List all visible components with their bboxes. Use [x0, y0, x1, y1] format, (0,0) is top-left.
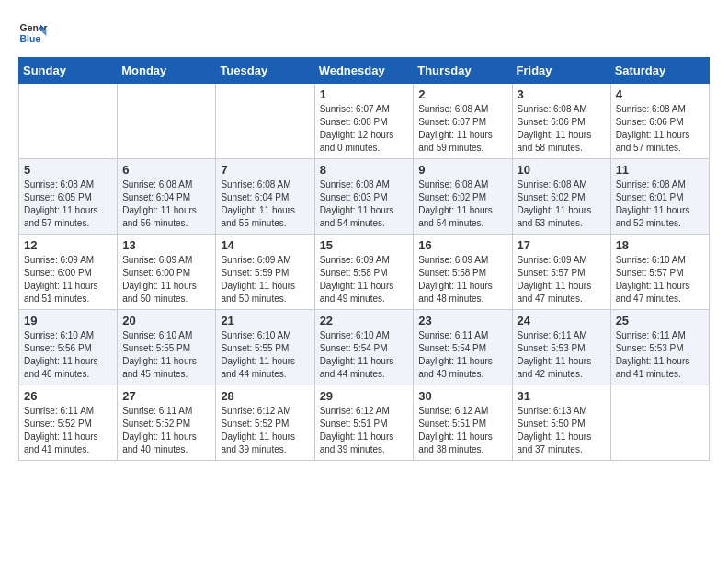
day-number: 26: [24, 389, 112, 403]
calendar-cell: 6Sunrise: 6:08 AM Sunset: 6:04 PM Daylig…: [118, 159, 216, 235]
calendar-cell: 9Sunrise: 6:08 AM Sunset: 6:02 PM Daylig…: [414, 159, 512, 235]
calendar-cell: 4Sunrise: 6:08 AM Sunset: 6:06 PM Daylig…: [610, 84, 709, 159]
day-info: Sunrise: 6:09 AM Sunset: 5:58 PM Dayligh…: [320, 254, 409, 305]
day-number: 27: [122, 389, 210, 403]
day-number: 30: [418, 389, 506, 403]
calendar-cell: 15Sunrise: 6:09 AM Sunset: 5:58 PM Dayli…: [314, 235, 414, 310]
day-info: Sunrise: 6:08 AM Sunset: 6:01 PM Dayligh…: [616, 178, 704, 230]
day-number: 29: [320, 389, 409, 403]
day-number: 17: [518, 238, 606, 252]
day-number: 15: [320, 238, 409, 252]
day-number: 25: [616, 314, 704, 327]
calendar-cell: 18Sunrise: 6:10 AM Sunset: 5:57 PM Dayli…: [610, 235, 709, 310]
calendar-cell: 27Sunrise: 6:11 AM Sunset: 5:52 PM Dayli…: [118, 385, 216, 461]
day-number: 13: [122, 238, 210, 252]
calendar-cell: [19, 84, 118, 159]
calendar-cell: 10Sunrise: 6:08 AM Sunset: 6:02 PM Dayli…: [512, 159, 610, 235]
day-number: 6: [122, 163, 210, 177]
day-info: Sunrise: 6:08 AM Sunset: 6:04 PM Dayligh…: [221, 178, 309, 230]
calendar-cell: 26Sunrise: 6:11 AM Sunset: 5:52 PM Dayli…: [19, 385, 118, 461]
day-number: 9: [418, 163, 506, 177]
calendar-cell: 7Sunrise: 6:08 AM Sunset: 6:04 PM Daylig…: [216, 159, 314, 235]
day-info: Sunrise: 6:11 AM Sunset: 5:52 PM Dayligh…: [24, 405, 112, 456]
day-of-week-header: Tuesday: [216, 58, 314, 84]
calendar-header-row: SundayMondayTuesdayWednesdayThursdayFrid…: [19, 58, 710, 84]
calendar-cell: 1Sunrise: 6:07 AM Sunset: 6:08 PM Daylig…: [314, 84, 414, 159]
day-info: Sunrise: 6:08 AM Sunset: 6:02 PM Dayligh…: [418, 178, 506, 230]
day-info: Sunrise: 6:12 AM Sunset: 5:51 PM Dayligh…: [418, 405, 506, 456]
day-number: 21: [221, 314, 309, 327]
day-number: 16: [418, 238, 506, 252]
calendar-cell: 2Sunrise: 6:08 AM Sunset: 6:07 PM Daylig…: [414, 84, 512, 159]
day-info: Sunrise: 6:08 AM Sunset: 6:02 PM Dayligh…: [518, 178, 606, 230]
calendar-week-row: 26Sunrise: 6:11 AM Sunset: 5:52 PM Dayli…: [19, 385, 710, 461]
day-info: Sunrise: 6:10 AM Sunset: 5:56 PM Dayligh…: [24, 329, 112, 381]
calendar-cell: 22Sunrise: 6:10 AM Sunset: 5:54 PM Dayli…: [314, 310, 414, 385]
day-number: 24: [518, 314, 606, 327]
day-number: 19: [24, 314, 112, 327]
day-of-week-header: Saturday: [610, 58, 709, 84]
day-number: 20: [122, 314, 210, 327]
day-info: Sunrise: 6:08 AM Sunset: 6:05 PM Dayligh…: [24, 178, 112, 230]
day-number: 4: [616, 87, 704, 101]
calendar-cell: 14Sunrise: 6:09 AM Sunset: 5:59 PM Dayli…: [216, 235, 314, 310]
day-number: 1: [320, 87, 409, 101]
calendar-cell: 30Sunrise: 6:12 AM Sunset: 5:51 PM Dayli…: [414, 385, 512, 461]
day-of-week-header: Friday: [512, 58, 610, 84]
day-number: 5: [24, 163, 112, 177]
calendar-cell: 29Sunrise: 6:12 AM Sunset: 5:51 PM Dayli…: [314, 385, 414, 461]
calendar-cell: 5Sunrise: 6:08 AM Sunset: 6:05 PM Daylig…: [19, 159, 118, 235]
day-of-week-header: Thursday: [414, 58, 512, 84]
calendar-cell: 28Sunrise: 6:12 AM Sunset: 5:52 PM Dayli…: [216, 385, 314, 461]
day-info: Sunrise: 6:13 AM Sunset: 5:50 PM Dayligh…: [518, 405, 606, 456]
calendar-cell: 12Sunrise: 6:09 AM Sunset: 6:00 PM Dayli…: [19, 235, 118, 310]
day-info: Sunrise: 6:08 AM Sunset: 6:07 PM Dayligh…: [418, 103, 506, 155]
day-info: Sunrise: 6:08 AM Sunset: 6:04 PM Dayligh…: [122, 178, 210, 230]
logo: General Blue: [18, 18, 48, 48]
day-number: 3: [518, 87, 606, 101]
day-number: 14: [221, 238, 309, 252]
calendar-cell: 8Sunrise: 6:08 AM Sunset: 6:03 PM Daylig…: [314, 159, 414, 235]
day-info: Sunrise: 6:10 AM Sunset: 5:55 PM Dayligh…: [122, 329, 210, 381]
calendar-week-row: 5Sunrise: 6:08 AM Sunset: 6:05 PM Daylig…: [19, 159, 710, 235]
calendar-cell: [216, 84, 314, 159]
day-info: Sunrise: 6:08 AM Sunset: 6:06 PM Dayligh…: [616, 103, 704, 155]
day-number: 2: [418, 87, 506, 101]
day-info: Sunrise: 6:08 AM Sunset: 6:03 PM Dayligh…: [320, 178, 409, 230]
day-info: Sunrise: 6:09 AM Sunset: 5:58 PM Dayligh…: [418, 254, 506, 305]
day-info: Sunrise: 6:10 AM Sunset: 5:57 PM Dayligh…: [616, 254, 704, 305]
calendar-cell: 23Sunrise: 6:11 AM Sunset: 5:54 PM Dayli…: [414, 310, 512, 385]
day-number: 22: [320, 314, 409, 327]
day-info: Sunrise: 6:09 AM Sunset: 5:59 PM Dayligh…: [221, 254, 309, 305]
calendar-cell: 19Sunrise: 6:10 AM Sunset: 5:56 PM Dayli…: [19, 310, 118, 385]
svg-text:Blue: Blue: [20, 34, 41, 44]
calendar-cell: 16Sunrise: 6:09 AM Sunset: 5:58 PM Dayli…: [414, 235, 512, 310]
day-number: 12: [24, 238, 112, 252]
calendar-cell: [118, 84, 216, 159]
day-info: Sunrise: 6:10 AM Sunset: 5:55 PM Dayligh…: [221, 329, 309, 381]
day-number: 23: [418, 314, 506, 327]
day-number: 28: [221, 389, 309, 403]
day-info: Sunrise: 6:09 AM Sunset: 6:00 PM Dayligh…: [24, 254, 112, 305]
day-info: Sunrise: 6:07 AM Sunset: 6:08 PM Dayligh…: [320, 103, 409, 155]
calendar-cell: 20Sunrise: 6:10 AM Sunset: 5:55 PM Dayli…: [118, 310, 216, 385]
logo-icon: General Blue: [18, 18, 48, 48]
day-info: Sunrise: 6:09 AM Sunset: 5:57 PM Dayligh…: [518, 254, 606, 305]
day-of-week-header: Monday: [118, 58, 216, 84]
calendar-cell: 13Sunrise: 6:09 AM Sunset: 6:00 PM Dayli…: [118, 235, 216, 310]
day-info: Sunrise: 6:08 AM Sunset: 6:06 PM Dayligh…: [518, 103, 606, 155]
day-info: Sunrise: 6:09 AM Sunset: 6:00 PM Dayligh…: [122, 254, 210, 305]
day-number: 18: [616, 238, 704, 252]
day-info: Sunrise: 6:12 AM Sunset: 5:51 PM Dayligh…: [320, 405, 409, 456]
calendar-week-row: 12Sunrise: 6:09 AM Sunset: 6:00 PM Dayli…: [19, 235, 710, 310]
day-info: Sunrise: 6:11 AM Sunset: 5:53 PM Dayligh…: [518, 329, 606, 381]
day-number: 11: [616, 163, 704, 177]
day-number: 7: [221, 163, 309, 177]
calendar-week-row: 1Sunrise: 6:07 AM Sunset: 6:08 PM Daylig…: [19, 84, 710, 159]
page-header: General Blue: [18, 18, 710, 48]
calendar-cell: 17Sunrise: 6:09 AM Sunset: 5:57 PM Dayli…: [512, 235, 610, 310]
day-info: Sunrise: 6:12 AM Sunset: 5:52 PM Dayligh…: [221, 405, 309, 456]
calendar-cell: [610, 385, 709, 461]
day-info: Sunrise: 6:10 AM Sunset: 5:54 PM Dayligh…: [320, 329, 409, 381]
day-info: Sunrise: 6:11 AM Sunset: 5:54 PM Dayligh…: [418, 329, 506, 381]
